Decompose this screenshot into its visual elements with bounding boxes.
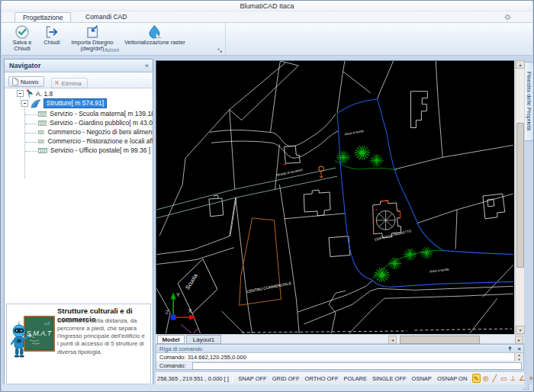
check-circle-icon	[14, 24, 30, 39]
tab-progettazione[interactable]: Progettazione	[14, 12, 71, 22]
scroll-up-icon[interactable]: ▲	[516, 60, 525, 69]
osnap-intersection-icon[interactable]: ×	[527, 374, 534, 383]
navigator-header: Navigator «	[5, 59, 153, 72]
layout-tab-strip: Model Layout1 ◄ ►	[156, 334, 524, 344]
toggle-osnap[interactable]: OSNAP	[412, 375, 432, 382]
scroll-down-icon[interactable]: ▼	[516, 326, 525, 334]
tree-root-row[interactable]: A. 1.8	[17, 89, 53, 98]
collapse-box[interactable]	[17, 90, 24, 97]
tree-root-label: A. 1.8	[36, 90, 53, 98]
nuovo-button[interactable]: Nuovo	[8, 76, 44, 87]
navigator-toolbar: Nuovo × Elimina	[5, 72, 153, 88]
window-title: BlumatiCAD Itaca	[240, 2, 294, 10]
ribbon-group-azioni: Salva e Chiudi Chiudi Importa Disegno (d…	[5, 23, 226, 55]
area-verde-top-label: Area a verde	[344, 129, 365, 136]
ruler-icon	[38, 148, 47, 153]
strutture-leaf-icon	[31, 99, 41, 108]
tab-finestra-delle-proprieta[interactable]: Finestra delle Proprietà	[525, 62, 534, 141]
close-icon[interactable]: ×	[517, 345, 521, 353]
exit-arrow-icon	[44, 24, 60, 39]
delete-x-icon: ×	[55, 79, 60, 87]
toggle-single[interactable]: SINGLE OFF	[372, 375, 407, 382]
ribbon: Salva e Chiudi Chiudi Importa Disegno (d…	[2, 22, 532, 56]
tree-item[interactable]: Servizio - Scuola materna[ m 139.18 ]	[38, 110, 153, 117]
music-notes-icon: ♪♫	[44, 321, 50, 326]
command-prompt-label: Comando:	[156, 362, 186, 369]
toggle-polare[interactable]: POLARE	[344, 375, 367, 382]
command-panel: Riga di comando × Comando: 314.662,120.2…	[156, 344, 524, 370]
window-bottom-frame	[2, 384, 532, 392]
info-panel: Strutture culturali e di commercio Censi…	[6, 304, 151, 384]
axis-x-label: X	[188, 308, 192, 313]
osnap-nearest-icon[interactable]: ╱	[491, 374, 499, 383]
pin-icon[interactable]	[507, 346, 513, 352]
elimina-button[interactable]: × Elimina	[51, 78, 88, 88]
cad-drawing-area[interactable]: Y X Strada di accesso Area a verde Area …	[156, 60, 514, 334]
tree-item[interactable]: Servizio - Giardino pubblico[ m 43.03 ]	[38, 119, 153, 127]
command-history-spinner: ▲ ▼	[514, 353, 523, 361]
canvas-vertical-scrollbar[interactable]: ▲ ▼	[515, 60, 524, 334]
axis-y-label: Y	[176, 292, 180, 297]
toggle-osnap-on[interactable]: OSNAP ON	[437, 375, 467, 382]
raster-drop-icon	[147, 24, 162, 39]
mascot-image: S.M.A.T ♪♫	[9, 315, 56, 382]
command-panel-header: Riga di comando ×	[156, 345, 523, 353]
ribbon-group-label: Azioni	[5, 47, 219, 54]
osnap-angle-icon[interactable]: ∠	[518, 374, 526, 383]
tree-item[interactable]: Commercio - Negozio di beni alimentari e…	[38, 128, 153, 136]
access-point-marker	[319, 166, 323, 178]
cursor-coordinates: 258.365 , 219.551 , 0.000 [ ]	[157, 375, 229, 382]
vertical-scroll-thumb[interactable]	[516, 123, 524, 268]
toggle-grid[interactable]: GRID OFF	[272, 375, 300, 382]
command-history-line: Comando: 314.662,120.255,0.000	[156, 353, 514, 361]
dialog-launcher-icon[interactable]	[217, 48, 223, 53]
tab-layout1[interactable]: Layout1	[186, 335, 221, 344]
info-description: Censimento della distanza, da percorrere…	[57, 317, 147, 356]
osnap-perpendicular-icon[interactable]: ⊥	[509, 374, 517, 383]
project-flag-icon	[26, 89, 34, 98]
navigator-tree: A. 1.8 Strutture[ m 574.91] Servizio - S…	[5, 88, 153, 302]
ruler-icon	[38, 111, 47, 117]
command-input[interactable]	[192, 362, 522, 370]
tab-model[interactable]: Model	[157, 335, 185, 344]
centro-commerciale-label: CENTRO COMMERCIALE	[246, 281, 292, 294]
collapse-panel-icon[interactable]: «	[145, 59, 149, 72]
edificio-di-progetto-label: EDIFICIO DI PROGETTO	[375, 229, 412, 242]
import-square-icon	[85, 24, 100, 39]
scroll-left-icon[interactable]: ◄	[388, 336, 397, 344]
toggle-ortho[interactable]: ORTHO OFF	[305, 375, 339, 382]
tab-comandi-cad[interactable]: Comandi CAD	[78, 12, 134, 22]
osnap-icon-row: ✎ ◎ ╱ ▭ ⊥ ∠ × • ◇ ○ ⊗ ╲ ▦	[472, 374, 534, 383]
ucs-axis-icon: Y X	[166, 292, 196, 320]
resize-grip[interactable]	[523, 384, 529, 390]
collapse-box[interactable]	[21, 100, 28, 107]
tree-item[interactable]: Servizio - Ufficio postale[ m 99.36 ]	[38, 146, 153, 154]
titlebar: BlumatiCAD Itaca	[2, 1, 532, 11]
new-document-icon	[12, 78, 18, 85]
area-verde-bottom-label: Area a verde	[429, 267, 450, 273]
navigator-panel: Navigator « Nuovo × Elimina	[4, 59, 153, 387]
toggle-snap[interactable]: SNAP OFF	[238, 375, 266, 382]
ruler-icon	[38, 120, 47, 126]
ruler-icon	[38, 130, 44, 135]
app-window: BlumatiCAD Itaca Progettazione Comandi C…	[0, 0, 534, 392]
osnap-insert-icon[interactable]: ▭	[500, 374, 508, 383]
status-bar: 258.365 , 219.551 , 0.000 [ ] SNAP OFF G…	[156, 371, 524, 384]
scroll-right-icon[interactable]: ►	[515, 336, 523, 344]
horizontal-scroll-thumb[interactable]	[400, 336, 480, 344]
ribbon-tab-row: Progettazione Comandi CAD	[2, 11, 532, 22]
tree-selected-row[interactable]: Strutture[ m 574.91]	[21, 98, 107, 108]
tree-item[interactable]: Commercio - Ristorazione e locali affini…	[38, 137, 153, 145]
tree-selected-label: Strutture[ m 574.91]	[43, 98, 107, 108]
ruler-icon	[38, 139, 44, 144]
gear-icon[interactable]	[504, 14, 511, 21]
osnap-center-icon[interactable]: ◎	[481, 374, 490, 383]
osnap-pencil-icon[interactable]: ✎	[472, 374, 481, 383]
command-input-row: Comando:	[156, 361, 523, 370]
